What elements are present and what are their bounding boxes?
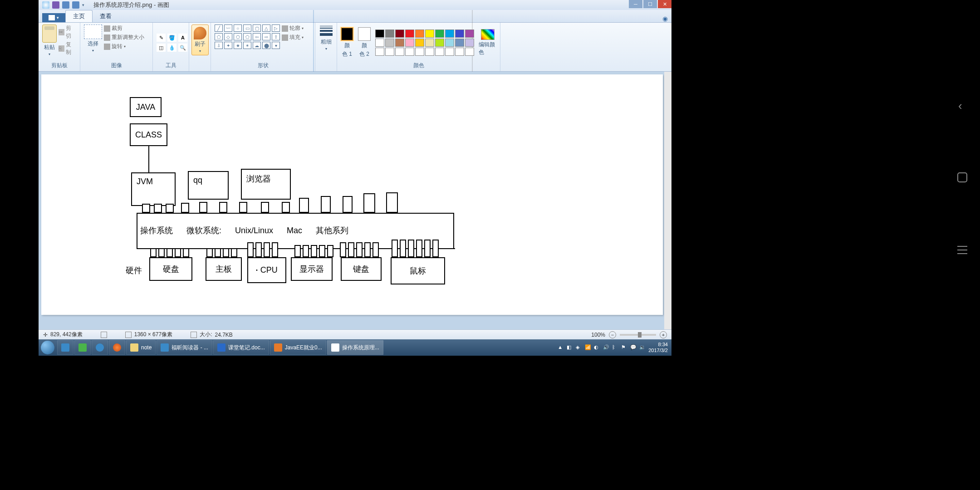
picker-tool[interactable]: 💧	[167, 44, 176, 52]
color-swatch[interactable]	[415, 39, 424, 47]
ribbon-tabs: 主页 查看 ◉	[39, 10, 671, 23]
color-swatch[interactable]	[465, 29, 474, 38]
tray-icon-flag[interactable]: ⚑	[621, 344, 627, 351]
color-swatch[interactable]	[445, 39, 454, 47]
resize-button[interactable]: 重新调整大小	[104, 34, 144, 41]
color-swatch[interactable]	[385, 39, 394, 47]
color-swatch[interactable]	[395, 39, 404, 47]
eraser-tool[interactable]: ◫	[157, 44, 166, 52]
help-icon[interactable]: ◉	[662, 15, 668, 22]
color-swatch[interactable]	[455, 39, 464, 47]
taskbar-firefox[interactable]	[109, 340, 125, 355]
taskbar-explorer[interactable]	[57, 340, 74, 355]
thickness-button[interactable]: 粗细 ▾	[320, 24, 333, 51]
color-swatch[interactable]	[455, 29, 464, 38]
color-swatch[interactable]	[425, 29, 434, 38]
copy-button[interactable]: ⎘复制	[59, 41, 76, 56]
text-tool[interactable]: A	[178, 34, 187, 42]
overlay-back-icon[interactable]: ‹	[958, 99, 967, 113]
taskbar-wps[interactable]: 课堂笔记.doc...	[213, 340, 269, 355]
color-swatch[interactable]	[375, 29, 384, 38]
file-menu-button[interactable]	[42, 13, 65, 22]
taskbar-app2[interactable]	[74, 340, 91, 355]
status-bar: ✛ 829, 442像素 1360 × 677像素 大小: 24.7KB 100…	[39, 329, 671, 339]
tray-icon-1[interactable]: ▲	[558, 344, 564, 351]
qat-dropdown-icon[interactable]: ▾	[82, 3, 84, 7]
maximize-button[interactable]: ☐	[643, 0, 657, 8]
color-swatch[interactable]	[435, 39, 444, 47]
color-swatch[interactable]	[455, 48, 464, 56]
bucket-tool[interactable]: 🪣	[167, 34, 176, 42]
color-swatch[interactable]	[385, 48, 394, 56]
file-icon	[49, 15, 55, 20]
edit-colors-button[interactable]: 编辑颜色	[479, 29, 496, 56]
color-swatch[interactable]	[405, 29, 414, 38]
close-button[interactable]: ✕	[658, 0, 671, 8]
color-swatch[interactable]	[445, 29, 454, 38]
color-swatch[interactable]	[445, 48, 454, 56]
tray-icon-4[interactable]: ◐	[594, 344, 600, 351]
magnifier-tool[interactable]: 🔍	[178, 44, 187, 52]
tab-home[interactable]: 主页	[65, 10, 93, 22]
zoom-in-button[interactable]: +	[660, 331, 667, 338]
tray-icon-msg[interactable]: 💬	[630, 344, 637, 351]
color-swatch[interactable]	[465, 48, 474, 56]
pencil-tool[interactable]: ✎	[157, 34, 166, 42]
minimize-button[interactable]: ─	[629, 0, 642, 8]
color-swatch[interactable]	[465, 39, 474, 47]
color1-button[interactable]: 颜 色 1	[341, 27, 353, 58]
color-swatch[interactable]	[425, 39, 434, 47]
zoom-out-button[interactable]: −	[609, 331, 616, 338]
box-hdd: 硬盘	[149, 257, 192, 281]
vertical-scrollbar[interactable]	[664, 72, 671, 330]
color-swatch[interactable]	[405, 39, 414, 47]
redo-icon[interactable]	[72, 1, 79, 9]
select-button[interactable]: 选择 ▾	[84, 24, 102, 53]
taskbar-app3[interactable]	[92, 340, 108, 355]
canvas[interactable]: JAVA CLASS JVM qq 浏览器 操作系	[41, 74, 663, 315]
overlay-menu-icon[interactable]	[957, 246, 967, 254]
brush-button[interactable]: 刷子 ▾	[191, 24, 209, 55]
tray-icon-3[interactable]: ◈	[576, 344, 582, 351]
tray-icon-bluetooth[interactable]: ᛒ	[612, 344, 618, 351]
color-swatch[interactable]	[415, 29, 424, 38]
overlay-home-icon[interactable]	[957, 172, 967, 182]
crop-button[interactable]: 裁剪	[104, 24, 144, 32]
taskbar-paint[interactable]: 操作系统原理...	[327, 340, 383, 355]
taskbar-clock[interactable]: 8:34 2017/3/2	[648, 342, 668, 353]
color-swatch[interactable]	[435, 48, 444, 56]
spectrum-icon	[481, 29, 495, 40]
rotate-button[interactable]: 旋转▾	[104, 43, 144, 50]
color-swatch[interactable]	[395, 29, 404, 38]
color-swatch[interactable]	[435, 29, 444, 38]
undo-icon[interactable]	[62, 1, 69, 9]
color-swatch[interactable]	[375, 48, 384, 56]
shapes-gallery[interactable]: ╱〰○▭▢△▷ ⬠◇⬡⬠⇦⇨⇧ ⇩✦★✶☁⬤▾	[215, 24, 280, 49]
color-swatch[interactable]	[405, 48, 414, 56]
app-icon[interactable]	[42, 1, 49, 9]
color2-button[interactable]: 颜 色 2	[358, 27, 371, 58]
tray-icon-network[interactable]: 📶	[585, 344, 591, 351]
outline-button[interactable]: 轮廓▾	[282, 24, 304, 32]
select-icon	[84, 24, 102, 39]
fill-button[interactable]: 填充▾	[282, 34, 304, 41]
color-swatch[interactable]	[425, 48, 434, 56]
taskbar-foxit[interactable]: 福昕阅读器 - ...	[157, 340, 212, 355]
cut-button[interactable]: ✂剪切	[59, 24, 76, 40]
start-button[interactable]	[39, 339, 57, 356]
paste-button[interactable]: 粘贴 ▾	[42, 24, 57, 56]
tab-view[interactable]: 查看	[93, 10, 119, 22]
color-swatch[interactable]	[415, 48, 424, 56]
save-icon[interactable]	[52, 1, 59, 9]
canvas-scroll-area[interactable]: JAVA CLASS JVM qq 浏览器 操作系	[39, 72, 671, 330]
color-swatch[interactable]	[375, 39, 384, 47]
color-swatch[interactable]	[395, 48, 404, 56]
box-jvm: JVM	[131, 172, 176, 206]
color-swatch[interactable]	[385, 29, 394, 38]
taskbar-note[interactable]: note	[126, 340, 156, 355]
tray-icon-2[interactable]: ◧	[567, 344, 573, 351]
tray-icon-volume[interactable]: 🔊	[603, 344, 609, 351]
taskbar-javaee[interactable]: JavaEE就业0...	[270, 340, 326, 355]
zoom-slider[interactable]	[620, 334, 656, 336]
tray-icon-speaker[interactable]: 🔉	[639, 344, 646, 351]
